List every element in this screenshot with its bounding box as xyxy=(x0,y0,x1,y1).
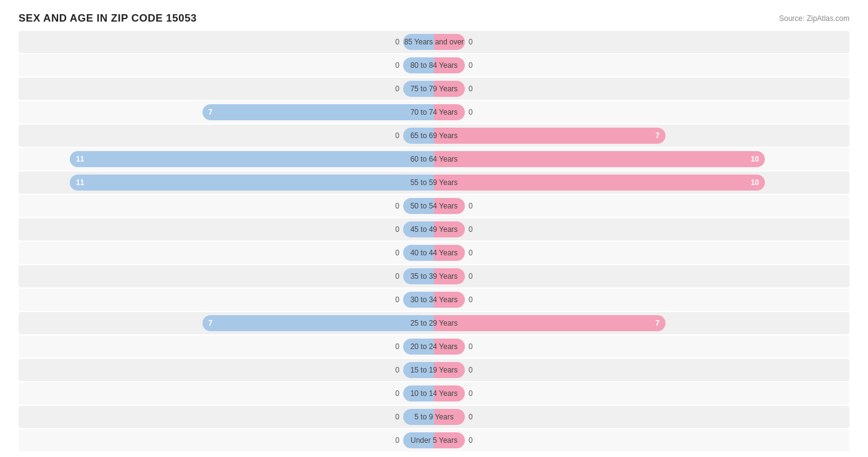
male-zero-value: 0 xyxy=(395,366,399,374)
female-zero-value: 0 xyxy=(469,389,473,398)
male-bar-stub xyxy=(403,432,434,448)
male-bar-value: 7 xyxy=(209,319,213,327)
female-bar-stub xyxy=(434,362,465,378)
male-side: 0 xyxy=(19,242,434,264)
male-side: 11 xyxy=(19,171,434,194)
male-zero-value: 0 xyxy=(395,61,399,70)
female-bar-value: 10 xyxy=(751,155,759,163)
male-side: 0 xyxy=(19,218,434,241)
bar-row: 015 to 19 Years0 xyxy=(19,359,849,381)
female-bar-value: 10 xyxy=(751,178,759,187)
female-zero-value: 0 xyxy=(469,84,473,93)
female-bar-stub xyxy=(434,57,465,73)
bar-row: 035 to 39 Years0 xyxy=(19,265,849,287)
bar-row: 770 to 74 Years0 xyxy=(19,101,849,123)
male-bar-stub xyxy=(403,362,434,378)
chart-title: SEX AND AGE IN ZIP CODE 15053 xyxy=(19,12,197,25)
male-zero-value: 0 xyxy=(395,295,399,304)
female-side: 10 xyxy=(434,171,849,194)
bar-row: 075 to 79 Years0 xyxy=(19,78,849,100)
female-zero-value: 0 xyxy=(469,38,473,46)
female-side: 0 xyxy=(434,195,849,217)
female-bar: 7 xyxy=(434,128,666,144)
female-bar-stub xyxy=(434,34,465,50)
female-bar-stub xyxy=(434,292,465,308)
male-bar-stub xyxy=(403,245,434,261)
female-bar-stub xyxy=(434,339,465,355)
female-zero-value: 0 xyxy=(469,249,473,257)
male-bar: 11 xyxy=(70,151,434,167)
male-bar-stub xyxy=(403,409,434,425)
female-bar-stub xyxy=(434,432,465,448)
female-side: 0 xyxy=(434,382,849,405)
male-side: 0 xyxy=(19,336,434,358)
female-side: 0 xyxy=(434,406,849,428)
female-side: 0 xyxy=(434,242,849,264)
female-side: 0 xyxy=(434,336,849,358)
bar-row: 0Under 5 Years0 xyxy=(19,429,849,451)
female-side: 0 xyxy=(434,101,849,123)
chart-rows: 085 Years and over0080 to 84 Years0075 t… xyxy=(19,31,849,451)
bar-row: 050 to 54 Years0 xyxy=(19,195,849,217)
female-bar: 7 xyxy=(434,315,666,331)
female-bar: 10 xyxy=(434,151,765,167)
male-side: 7 xyxy=(19,101,434,123)
female-zero-value: 0 xyxy=(469,413,473,421)
male-zero-value: 0 xyxy=(395,272,399,281)
male-zero-value: 0 xyxy=(395,131,399,140)
male-side: 0 xyxy=(19,359,434,381)
male-side: 0 xyxy=(19,406,434,428)
male-side: 7 xyxy=(19,312,434,334)
female-side: 7 xyxy=(434,312,849,334)
female-side: 0 xyxy=(434,78,849,100)
female-side: 0 xyxy=(434,289,849,311)
male-bar-stub xyxy=(403,221,434,237)
bar-row: 05 to 9 Years0 xyxy=(19,406,849,428)
male-bar: 7 xyxy=(202,104,434,120)
female-bar: 10 xyxy=(434,175,765,191)
male-bar-stub xyxy=(403,34,434,50)
male-zero-value: 0 xyxy=(395,342,399,351)
female-bar-stub xyxy=(434,409,465,425)
male-side: 0 xyxy=(19,31,434,53)
female-zero-value: 0 xyxy=(469,366,473,374)
male-zero-value: 0 xyxy=(395,202,399,210)
male-side: 0 xyxy=(19,78,434,100)
male-bar-stub xyxy=(403,268,434,284)
male-side: 0 xyxy=(19,265,434,287)
female-zero-value: 0 xyxy=(469,342,473,351)
female-bar-stub xyxy=(434,104,465,120)
male-zero-value: 0 xyxy=(395,413,399,421)
bar-row: 725 to 29 Years7 xyxy=(19,312,849,334)
male-bar-value: 11 xyxy=(76,155,84,163)
bar-row: 1160 to 64 Years10 xyxy=(19,148,849,170)
male-bar-stub xyxy=(403,198,434,214)
bar-row: 040 to 44 Years0 xyxy=(19,242,849,264)
female-side: 0 xyxy=(434,429,849,451)
male-bar-stub xyxy=(403,57,434,73)
bar-row: 065 to 69 Years7 xyxy=(19,125,849,147)
female-side: 0 xyxy=(434,265,849,287)
male-side: 0 xyxy=(19,289,434,311)
bar-row: 085 Years and over0 xyxy=(19,31,849,53)
female-side: 10 xyxy=(434,148,849,170)
male-zero-value: 0 xyxy=(395,389,399,398)
bar-row: 010 to 14 Years0 xyxy=(19,382,849,405)
male-zero-value: 0 xyxy=(395,436,399,445)
male-side: 0 xyxy=(19,195,434,217)
female-side: 0 xyxy=(434,54,849,76)
male-zero-value: 0 xyxy=(395,249,399,257)
male-bar-stub xyxy=(403,292,434,308)
male-bar-value: 11 xyxy=(76,178,84,187)
male-side: 11 xyxy=(19,148,434,170)
female-bar-stub xyxy=(434,221,465,237)
bar-row: 1155 to 59 Years10 xyxy=(19,171,849,194)
male-bar: 7 xyxy=(202,315,434,331)
female-bar-stub xyxy=(434,81,465,97)
male-bar-stub xyxy=(403,339,434,355)
male-side: 0 xyxy=(19,125,434,147)
bar-row: 045 to 49 Years0 xyxy=(19,218,849,241)
female-zero-value: 0 xyxy=(469,295,473,304)
male-bar-value: 7 xyxy=(209,108,213,117)
female-side: 0 xyxy=(434,218,849,241)
